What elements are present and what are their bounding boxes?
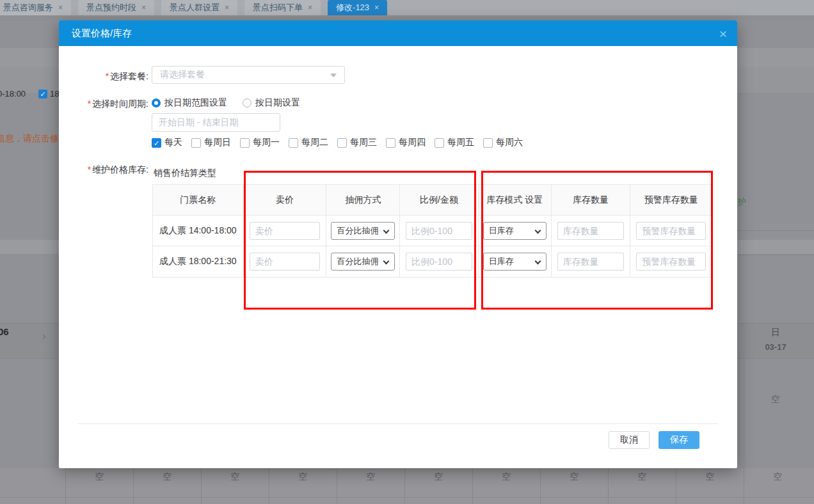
package-placeholder: 请选择套餐	[160, 69, 205, 81]
calendar-empty-cell[interactable]: 空	[269, 468, 337, 504]
tab-label: 景点人群设置	[170, 2, 219, 13]
date-range-placeholder: 开始日期 - 结束日期	[159, 117, 238, 129]
calendar-empty-cell[interactable]: 空	[65, 468, 133, 504]
footer-divider	[78, 423, 718, 424]
checkbox-label: 每周五	[447, 137, 474, 148]
dialog-body: *选择套餐: 请选择套餐 *选择时间周期: 按日期范围设置 按日期设置 开始日期…	[59, 46, 737, 468]
save-button[interactable]: 保存	[658, 431, 699, 449]
tab-scenic-consult[interactable]: 景点咨询服务×	[0, 0, 71, 15]
checkbox-sunday[interactable]: 每周日	[191, 137, 231, 148]
radio-icon	[243, 98, 251, 107]
grid-line	[737, 255, 814, 255]
checkbox-label: 每周二	[301, 137, 328, 148]
highlight-rect-stock	[481, 171, 713, 310]
checkbox-monday[interactable]: 每周一	[240, 137, 280, 148]
page-band	[0, 15, 814, 20]
checkbox-icon	[240, 138, 250, 148]
date-range-input[interactable]: 开始日期 - 结束日期	[152, 113, 280, 132]
checkbox-icon	[337, 138, 347, 148]
grid-line	[737, 230, 814, 231]
checkbox-friday[interactable]: 每周五	[435, 137, 474, 148]
tab-close-icon[interactable]: ×	[141, 3, 146, 12]
price-stock-dialog: 设置价格/库存 × *选择套餐: 请选择套餐 *选择时间周期: 按日期范围设置 …	[59, 20, 737, 468]
grid-line	[737, 358, 814, 359]
calendar-empty-cell: 空	[737, 394, 814, 406]
tab-scenic-crowd[interactable]: 景点人群设置×	[161, 0, 237, 15]
tab-close-icon[interactable]: ×	[374, 3, 379, 12]
package-label: *选择套餐:	[59, 71, 148, 83]
checkbox-label: 每周六	[496, 137, 523, 148]
checkbox-saturday[interactable]: 每周六	[483, 137, 523, 148]
tab-modify-123[interactable]: 修改-123×	[328, 0, 387, 15]
package-select[interactable]: 请选择套餐	[152, 66, 345, 84]
tab-scenic-scan[interactable]: 景点扫码下单×	[244, 0, 321, 15]
radio-date-range[interactable]: 按日期范围设置	[152, 97, 227, 109]
radio-icon	[152, 98, 161, 107]
weekday-checkbox-group: 每天 每周日 每周一 每周二 每周三 每周四 每周五 每周六	[152, 137, 523, 148]
highlight-rect-price	[244, 171, 476, 310]
required-mark: *	[106, 71, 109, 81]
calendar-empty-cell[interactable]: 空	[201, 468, 269, 504]
required-mark: *	[88, 164, 91, 175]
notice-text[interactable]: 信息，请点击修改	[0, 133, 68, 145]
chevron-right-icon[interactable]: ›	[42, 330, 46, 343]
checkbox-everyday[interactable]: 每天	[152, 137, 182, 148]
settlement-type-label: 销售价结算类型	[154, 168, 216, 179]
radio-label: 按日期设置	[255, 97, 300, 109]
calendar-bottom-row: 空 空 空 空 空 空 空 空 空 空 空	[0, 468, 814, 504]
radio-label: 按日期范围设置	[164, 97, 227, 109]
dialog-title: 设置价格/库存	[72, 28, 132, 40]
checkbox-label: 每天	[164, 137, 182, 148]
calendar-empty-cell[interactable]: 空	[404, 468, 472, 504]
checkbox-icon	[435, 138, 444, 148]
time-range-text: 0-18:00	[0, 89, 26, 98]
tab-bar: 景点咨询服务× 景点预约时段× 景点人群设置× 景点扫码下单× 修改-123×	[0, 0, 814, 15]
stock-label: *维护价格库存:	[59, 164, 148, 176]
grid-spacer	[0, 468, 65, 504]
tab-close-icon[interactable]: ×	[308, 3, 312, 12]
tab-label: 修改-123	[336, 2, 369, 13]
close-icon[interactable]: ×	[719, 27, 727, 40]
calendar-empty-cell[interactable]: 空	[676, 468, 744, 504]
calendar-empty-cell[interactable]: 空	[472, 468, 540, 504]
grid-line	[0, 497, 814, 498]
calendar-date-label: 03-17	[737, 342, 814, 352]
checkbox-label: 每周日	[204, 137, 231, 148]
checkbox-thursday[interactable]: 每周四	[386, 137, 426, 148]
checkbox-label: 每周一	[253, 137, 280, 148]
checkbox-icon	[289, 138, 298, 148]
checkbox-checked-icon	[152, 138, 161, 148]
grid-line	[737, 323, 814, 324]
ticket-name: 成人票 18:00-21:30	[153, 246, 244, 277]
radio-by-date[interactable]: 按日期设置	[243, 97, 300, 109]
tab-label: 景点预约时段	[86, 2, 136, 13]
chevron-down-icon	[330, 74, 337, 77]
tab-label: 景点咨询服务	[3, 2, 53, 13]
calendar-day-label: 日	[737, 327, 814, 338]
checkbox-icon	[191, 138, 201, 148]
calendar-empty-cell[interactable]: 空	[608, 468, 676, 504]
grid-line	[0, 323, 65, 324]
tab-scenic-reserve[interactable]: 景点预约时段×	[78, 0, 154, 15]
checkbox-icon	[386, 138, 395, 148]
checkbox-icon	[483, 138, 493, 148]
period-radio-group: 按日期范围设置 按日期设置	[152, 97, 300, 109]
calendar-empty-cell[interactable]: 空	[744, 468, 811, 504]
calendar-empty-cell[interactable]: 空	[133, 468, 201, 504]
col-header-ticket-name: 门票名称	[153, 185, 244, 215]
checkbox-wednesday[interactable]: 每周三	[337, 137, 377, 148]
required-mark: *	[88, 98, 91, 109]
checkbox-checked-icon[interactable]: ✓	[38, 90, 47, 98]
calendar-empty-cell[interactable]: 空	[337, 468, 404, 504]
calendar-empty-cell[interactable]: 空	[540, 468, 608, 504]
tab-close-icon[interactable]: ×	[225, 3, 229, 12]
grid-line	[0, 358, 65, 359]
ticket-name: 成人票 14:00-18:00	[153, 216, 244, 246]
checkbox-tuesday[interactable]: 每周二	[289, 137, 328, 148]
day-number: 06	[0, 326, 9, 337]
dialog-header: 设置价格/库存 ×	[59, 20, 737, 46]
tab-close-icon[interactable]: ×	[58, 3, 63, 12]
cancel-button[interactable]: 取消	[609, 431, 650, 449]
period-label: *选择时间周期:	[59, 98, 148, 110]
tab-label: 景点扫码下单	[253, 2, 303, 13]
